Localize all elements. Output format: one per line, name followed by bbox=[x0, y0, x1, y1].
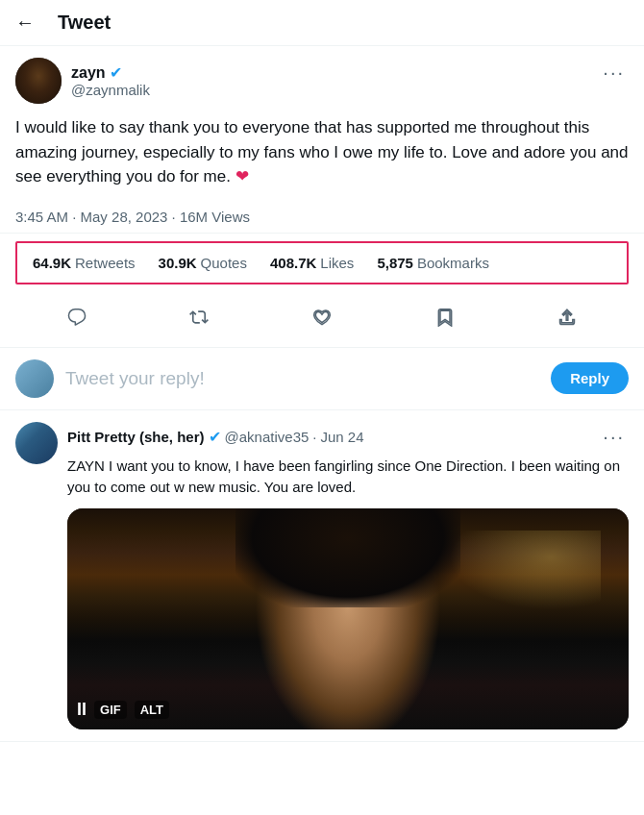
page-title: Tweet bbox=[58, 12, 111, 34]
avatar bbox=[15, 58, 62, 104]
gif-label: GIF bbox=[94, 701, 127, 719]
reply-author-name: Pitt Pretty (she, her) bbox=[67, 429, 205, 445]
verified-icon: ✔ bbox=[110, 63, 122, 82]
bookmarks-count: 5,875 bbox=[377, 255, 413, 271]
reply-date: Jun 24 bbox=[320, 429, 363, 445]
reply-more-button[interactable]: ··· bbox=[599, 422, 629, 452]
likes-label: Likes bbox=[320, 255, 354, 271]
reply-header: Pitt Pretty (she, her) ✔ @aknative35 · J… bbox=[67, 422, 629, 452]
reply-verified-icon: ✔ bbox=[209, 428, 221, 446]
tweet-text: I would like to say thank you to everyon… bbox=[15, 118, 629, 185]
author-details: zayn ✔ @zaynmalik bbox=[71, 63, 150, 98]
author-handle: @zaynmalik bbox=[71, 82, 150, 98]
more-button[interactable]: ··· bbox=[599, 58, 629, 87]
retweets-label: Retweets bbox=[75, 255, 136, 271]
bookmarks-stat: 5,875 Bookmarks bbox=[377, 255, 489, 271]
tweet-meta: 3:45 AM · May 28, 2023 · 16M Views bbox=[0, 201, 644, 234]
quotes-label: Quotes bbox=[201, 255, 247, 271]
likes-count: 408.7K bbox=[270, 255, 316, 271]
gif-image bbox=[67, 508, 629, 729]
stats-row: 64.9K Retweets 30.9K Quotes 408.7K Likes… bbox=[15, 241, 629, 284]
gif-container: II GIF ALT bbox=[67, 508, 629, 729]
comment-icon[interactable] bbox=[60, 300, 94, 339]
reply-author-info: Pitt Pretty (she, her) ✔ @aknative35 · J… bbox=[67, 428, 364, 446]
bookmarks-label: Bookmarks bbox=[417, 255, 489, 271]
tweet-body: I would like to say thank you to everyon… bbox=[0, 111, 644, 201]
gif-controls: II GIF ALT bbox=[77, 700, 169, 720]
reply-author-avatar bbox=[15, 422, 58, 464]
author-info: zayn ✔ @zaynmalik bbox=[15, 58, 150, 104]
retweets-count: 64.9K bbox=[33, 255, 71, 271]
reply-content: Pitt Pretty (she, her) ✔ @aknative35 · J… bbox=[67, 422, 629, 729]
pause-icon[interactable]: II bbox=[77, 700, 87, 720]
author-name-row: zayn ✔ bbox=[71, 63, 150, 82]
quotes-count: 30.9K bbox=[159, 255, 197, 271]
heart-emoji: ❤ bbox=[235, 167, 249, 185]
share-icon[interactable] bbox=[550, 300, 584, 339]
retweet-icon[interactable] bbox=[182, 300, 216, 339]
tweet-author-row: zayn ✔ @zaynmalik ··· bbox=[0, 46, 644, 111]
reply-dot: · bbox=[312, 429, 316, 445]
reply-button[interactable]: Reply bbox=[551, 362, 629, 394]
header: ← Tweet bbox=[0, 0, 644, 46]
alt-label: ALT bbox=[135, 701, 169, 719]
reply-tweet: Pitt Pretty (she, her) ✔ @aknative35 · J… bbox=[0, 410, 644, 742]
back-button[interactable]: ← bbox=[15, 12, 35, 34]
retweets-stat: 64.9K Retweets bbox=[33, 255, 136, 271]
quotes-stat: 30.9K Quotes bbox=[159, 255, 247, 271]
user-avatar bbox=[15, 359, 54, 398]
author-name: zayn bbox=[71, 64, 106, 82]
like-icon[interactable] bbox=[305, 300, 339, 339]
reply-text: ZAYN I want you to know, I have been fan… bbox=[67, 456, 629, 499]
actions-row bbox=[0, 292, 644, 348]
reply-input[interactable]: Tweet your reply! bbox=[65, 368, 539, 389]
reply-author-handle: @aknative35 bbox=[225, 429, 310, 445]
likes-stat: 408.7K Likes bbox=[270, 255, 354, 271]
bookmark-icon[interactable] bbox=[428, 300, 462, 339]
reply-compose: Tweet your reply! Reply bbox=[0, 348, 644, 410]
